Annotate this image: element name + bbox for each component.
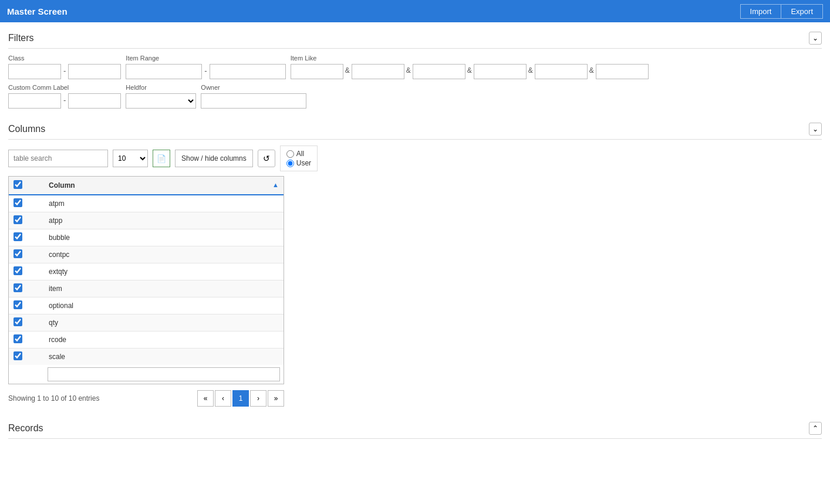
amp-3: & <box>467 66 472 75</box>
import-button[interactable]: Import <box>740 4 781 19</box>
page-first-button[interactable]: « <box>197 390 214 407</box>
excel-export-button[interactable]: 📄 <box>153 150 170 167</box>
item-range-input-1[interactable] <box>126 64 202 79</box>
app-title: Master Screen <box>7 6 68 16</box>
custom-comm-label: Custom Comm Label <box>8 84 121 91</box>
item-like-input-1[interactable] <box>291 64 343 79</box>
row-column-name: extqty <box>44 263 284 280</box>
row-checkbox-6[interactable] <box>14 300 22 309</box>
row-checkbox-cell <box>9 195 44 212</box>
heldfor-select[interactable] <box>126 93 196 109</box>
row-checkbox-3[interactable] <box>14 249 22 258</box>
item-like-input-5[interactable] <box>535 64 588 79</box>
row-checkbox-cell <box>9 212 44 229</box>
table-row: bubble <box>9 229 284 246</box>
class-input-1[interactable] <box>8 64 61 79</box>
table-search-input[interactable] <box>8 150 108 167</box>
class-dash: - <box>63 66 66 75</box>
table-row: contpc <box>9 246 284 263</box>
row-checkbox-cell <box>9 297 44 314</box>
table-row: extqty <box>9 263 284 280</box>
heldfor-label: Heldfor <box>126 84 196 91</box>
item-range-filter-group: Item Range - <box>126 55 285 79</box>
filters-collapse-button[interactable]: ⌄ <box>809 32 822 45</box>
column-search-row <box>9 365 284 384</box>
row-checkbox-7[interactable] <box>14 317 22 326</box>
header-actions: Import Export <box>740 4 823 19</box>
item-range-input-2[interactable] <box>210 64 286 79</box>
item-like-input-2[interactable] <box>352 64 404 79</box>
show-hide-columns-button[interactable]: Show / hide columns <box>175 150 253 167</box>
row-column-name: atpm <box>44 195 284 212</box>
item-like-input-6[interactable] <box>596 64 649 79</box>
row-checkbox-2[interactable] <box>14 232 22 241</box>
columns-toolbar: 10 25 50 100 📄 Show / hide columns ↺ All <box>8 146 822 171</box>
row-checkbox-0[interactable] <box>14 198 22 207</box>
radio-all[interactable] <box>286 150 294 158</box>
amp-5: & <box>589 66 594 75</box>
class-label: Class <box>8 55 121 62</box>
row-checkbox-cell <box>9 314 44 332</box>
pagination: Showing 1 to 10 of 10 entries « ‹ 1 › » <box>8 390 284 407</box>
item-like-input-3[interactable] <box>413 64 465 79</box>
columns-collapse-button[interactable]: ⌄ <box>809 123 822 136</box>
radio-user[interactable] <box>286 160 294 167</box>
page-prev-button[interactable]: ‹ <box>215 390 231 407</box>
item-like-input-4[interactable] <box>474 64 527 79</box>
columns-tbody: atpmatppbubblecontpcextqtyitemoptionalqt… <box>9 195 284 365</box>
records-section-header: Records ⌃ <box>8 418 822 439</box>
records-title: Records <box>8 423 43 434</box>
radio-user-label[interactable]: User <box>286 159 311 167</box>
item-range-label: Item Range <box>126 55 285 62</box>
columns-title: Columns <box>8 124 45 134</box>
radio-all-label[interactable]: All <box>286 150 311 158</box>
row-column-name: contpc <box>44 246 284 263</box>
row-column-name: rcode <box>44 332 284 349</box>
main-content: Filters ⌄ Class - Item Range - <box>0 22 830 451</box>
table-row: atpp <box>9 212 284 229</box>
custom-comm-input-2[interactable] <box>68 93 121 109</box>
custom-comm-input-1[interactable] <box>8 93 61 109</box>
filters-section-header: Filters ⌄ <box>8 28 822 49</box>
row-checkbox-9[interactable] <box>14 351 22 360</box>
excel-icon: 📄 <box>157 154 166 163</box>
column-header-label: Column <box>49 181 75 190</box>
filter-row-1: Class - Item Range - Item Like <box>8 55 822 79</box>
records-collapse-button[interactable]: ⌃ <box>809 422 822 435</box>
owner-label: Owner <box>201 84 306 91</box>
page-size-select[interactable]: 10 25 50 100 <box>113 150 148 167</box>
reset-icon: ↺ <box>263 154 270 163</box>
radio-user-text: User <box>296 159 311 167</box>
row-checkbox-5[interactable] <box>14 283 22 292</box>
item-like-label: Item Like <box>291 55 649 62</box>
radio-group: All User <box>280 146 318 171</box>
row-checkbox-8[interactable] <box>14 334 22 343</box>
export-button[interactable]: Export <box>781 4 823 19</box>
reset-button[interactable]: ↺ <box>258 150 275 167</box>
row-checkbox-1[interactable] <box>14 215 22 224</box>
sort-arrow-icon[interactable]: ▲ <box>272 181 279 188</box>
amp-2: & <box>406 66 411 75</box>
columns-section-header: Columns ⌄ <box>8 119 822 140</box>
row-column-name: bubble <box>44 229 284 246</box>
row-column-name: qty <box>44 314 284 332</box>
amp-4: & <box>528 66 533 75</box>
table-row: qty <box>9 314 284 332</box>
search-row-input-cell <box>44 365 284 384</box>
select-all-checkbox[interactable] <box>14 180 22 189</box>
row-checkbox-cell <box>9 229 44 246</box>
columns-table-wrapper: Column ▲ atpmatppbubblecontpcextqtyitemo… <box>8 176 284 384</box>
row-checkbox-4[interactable] <box>14 266 22 275</box>
row-checkbox-cell <box>9 246 44 263</box>
page-last-button[interactable]: » <box>268 390 284 407</box>
row-checkbox-cell <box>9 263 44 280</box>
columns-table: Column ▲ atpmatppbubblecontpcextqtyitemo… <box>9 177 284 384</box>
page-next-button[interactable]: › <box>250 390 266 407</box>
owner-filter-group: Owner <box>201 84 306 109</box>
table-header-row: Column ▲ <box>9 177 284 195</box>
table-row: scale <box>9 349 284 366</box>
column-search-input[interactable] <box>48 367 280 381</box>
owner-input[interactable] <box>201 93 306 109</box>
class-input-2[interactable] <box>68 64 121 79</box>
page-1-button[interactable]: 1 <box>232 390 249 407</box>
